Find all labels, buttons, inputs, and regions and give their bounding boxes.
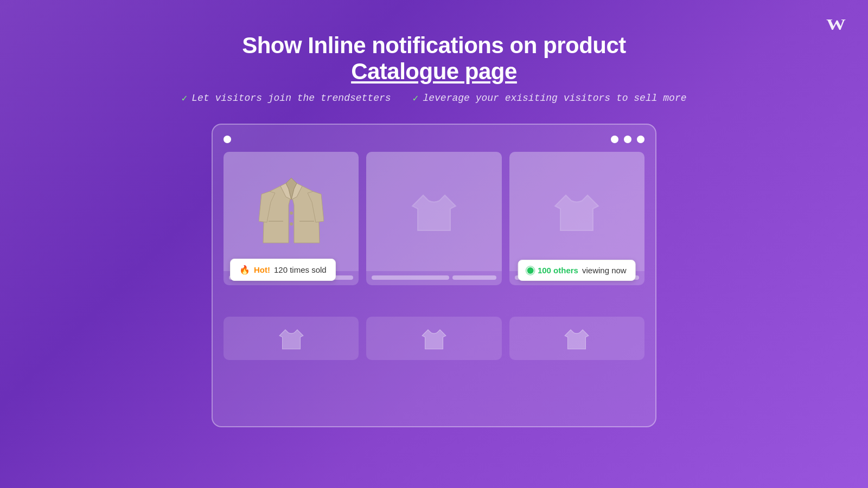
check-icon-2: ✓ (413, 92, 419, 104)
subtitle-item-1: ✓ Let visitors join the trendsetters (181, 92, 391, 104)
shirt-svg-bottom-2 (418, 324, 450, 354)
product-image-3 (509, 152, 644, 271)
shirt-svg-2 (407, 184, 461, 239)
svg-point-2 (290, 211, 293, 215)
browser-chrome (224, 136, 644, 143)
product-meta-2 (366, 271, 501, 285)
shirt-svg-bottom-3 (560, 324, 593, 354)
hot-rest: 120 times sold (274, 265, 327, 274)
product-card-bottom-1 (224, 317, 359, 360)
viewing-badge: 100 others viewing now (518, 260, 636, 281)
subtitle-text-2: leverage your exisiting visitors to sell… (423, 93, 686, 104)
fire-icon: 🔥 (239, 265, 250, 275)
product-image-1 (224, 152, 359, 271)
product-card-bottom-2 (366, 317, 501, 360)
product-card-1: 🔥 Hot! 120 times sold (224, 152, 359, 285)
browser-mockup: 🔥 Hot! 120 times sold (212, 124, 656, 427)
others-label: 100 others (538, 266, 578, 275)
shirt-svg-3 (550, 184, 604, 239)
product-image-2 (366, 152, 501, 271)
subtitle-row: ✓ Let visitors join the trendsetters ✓ l… (181, 92, 686, 104)
title-part1: Show Inline notifications on product (242, 33, 626, 58)
shirt-svg-bottom-1 (275, 324, 308, 354)
hot-label: Hot! (254, 265, 270, 274)
check-icon-1: ✓ (181, 92, 187, 104)
browser-dots-right (611, 136, 644, 143)
product-card-2 (366, 152, 501, 285)
subtitle-item-2: ✓ leverage your exisiting visitors to se… (413, 92, 687, 104)
browser-dot-left (224, 136, 231, 143)
title-part2: Catalogue page (351, 59, 517, 84)
browser-dot-2 (624, 136, 631, 143)
jacket-svg (259, 172, 324, 251)
page-title: Show Inline notifications on product Cat… (242, 33, 626, 85)
product-grid-bottom (224, 317, 644, 360)
hot-badge: 🔥 Hot! 120 times sold (230, 259, 336, 281)
product-grid: 🔥 Hot! 120 times sold (224, 152, 644, 285)
browser-dot-1 (611, 136, 618, 143)
subtitle-text-1: Let visitors join the trendsetters (192, 93, 391, 104)
svg-point-3 (290, 222, 293, 226)
viewing-rest: viewing now (582, 266, 627, 275)
browser-dot-3 (637, 136, 644, 143)
logo: W (828, 15, 844, 34)
product-card-bottom-3 (509, 317, 644, 360)
green-dot-icon (527, 267, 534, 274)
logo-symbol: W (826, 15, 846, 34)
meta-bar-2a (372, 275, 449, 280)
product-card-3: 100 others viewing now (509, 152, 644, 285)
meta-bar-2b (452, 275, 496, 280)
